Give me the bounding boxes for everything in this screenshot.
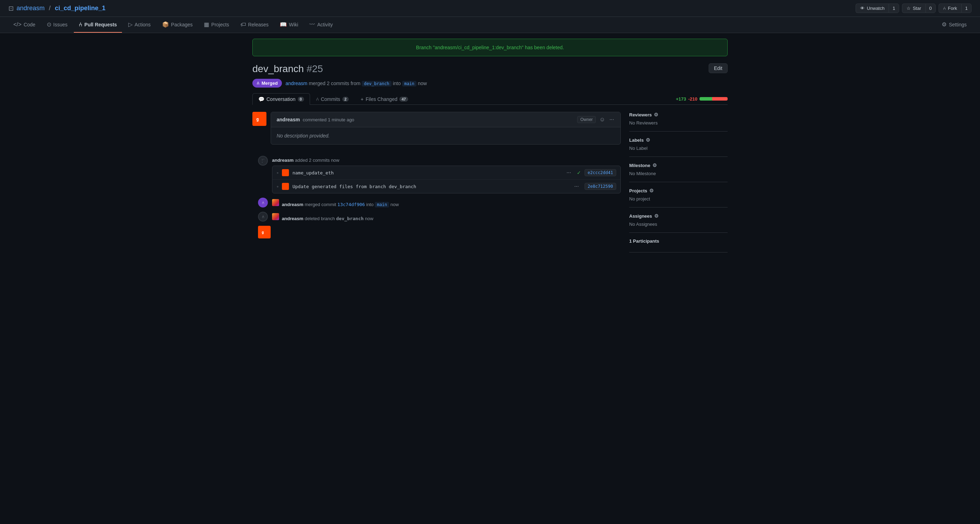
reviewers-title: Reviewers ⚙ — [629, 112, 728, 118]
repo-icon: ⊡ — [8, 5, 14, 12]
commit-hash-2[interactable]: 2e8c712590 — [585, 183, 616, 190]
assignees-label: Assignees — [629, 213, 652, 219]
comment-header: andreasm commented 1 minute ago Owner ☺ … — [271, 112, 620, 127]
deletions-count: -210 — [688, 96, 697, 102]
comment-with-avatar: g andreasm commented 1 minute ago Owner … — [252, 112, 621, 150]
pr-status-row: ⑃ Merged andreasm merged 2 commits from … — [252, 79, 728, 88]
nav-item-wiki[interactable]: 📖 Wiki — [275, 17, 303, 33]
nav-item-pull-requests[interactable]: ⑃ Pull Requests — [74, 17, 122, 33]
star-count: 0 — [929, 6, 932, 11]
reviewers-gear-icon[interactable]: ⚙ — [654, 112, 659, 118]
diff-stats: +173 -210 — [676, 96, 728, 102]
alert-banner: Branch "andreasm/ci_cd_pipeline_1:dev_br… — [252, 39, 728, 56]
nav-item-activity[interactable]: 〰 Activity — [304, 17, 337, 33]
timeline-event-bottom: g — [252, 226, 621, 239]
fork-group: ⑃ Fork 1 — [939, 3, 972, 13]
commits-added-icon — [258, 156, 268, 166]
nav-code-label: Code — [24, 22, 35, 27]
unwatch-count-button[interactable]: 1 — [889, 3, 899, 13]
unwatch-button[interactable]: 👁 Unwatch — [856, 3, 889, 13]
star-button[interactable]: ☆ Star — [902, 3, 926, 13]
nav-item-releases[interactable]: 🏷 Releases — [235, 17, 274, 33]
pr-title-text: dev_branch — [252, 63, 304, 74]
from-branch-link[interactable]: dev_branch — [362, 81, 391, 86]
unwatch-group: 👁 Unwatch 1 — [856, 3, 899, 13]
repo-name-link[interactable]: ci_cd_pipeline_1 — [55, 5, 105, 12]
edit-button[interactable]: Edit — [709, 63, 728, 73]
separator: / — [49, 5, 51, 12]
timeline-event-merged: ⑃ andreasm merged commit 13c74df906 into… — [252, 197, 621, 207]
comment-body: No description provided. — [271, 127, 620, 144]
diff-bar-deletions — [712, 97, 728, 100]
nav-item-actions[interactable]: ▷ Actions — [123, 17, 156, 33]
unwatch-count: 1 — [892, 6, 895, 11]
owner-badge: Owner — [577, 116, 596, 123]
nav-item-settings[interactable]: ⚙ Settings — [937, 17, 972, 33]
comment-actions: Owner ☺ ··· — [577, 116, 615, 123]
milestone-value: No Milestone — [629, 171, 728, 176]
commit-more-button-1[interactable]: ··· — [564, 169, 573, 177]
fork-icon: ⑃ — [943, 6, 946, 11]
commits-event-content: andreasm added 2 commits now ◦ name_upda… — [272, 156, 621, 193]
actions-icon: ▷ — [128, 21, 132, 28]
nav-item-code[interactable]: </> Code — [8, 17, 40, 33]
top-nav: ⊡ andreasm / ci_cd_pipeline_1 👁 Unwatch … — [0, 0, 980, 17]
tab-files-changed[interactable]: + Files Changed 47 — [355, 93, 414, 105]
more-options-button[interactable]: ··· — [609, 116, 615, 123]
conversation-icon: 💬 — [258, 96, 264, 102]
nav-item-projects[interactable]: ▦ Projects — [199, 17, 234, 33]
comment-body-text: No description provided. — [277, 133, 330, 139]
releases-icon: 🏷 — [240, 21, 246, 28]
commit-hash-1[interactable]: e2ccc2dd41 — [585, 169, 616, 176]
milestone-gear-icon[interactable]: ⚙ — [652, 162, 657, 168]
comment-avatar: g — [252, 112, 266, 126]
labels-section: Labels ⚙ No Label — [629, 132, 728, 157]
nav-projects-label: Projects — [211, 22, 229, 27]
timeline: andreasm added 2 commits now ◦ name_upda… — [252, 156, 621, 239]
star-group: ☆ Star 0 — [902, 3, 936, 13]
tab-conversation[interactable]: 💬 Conversation 0 — [252, 93, 310, 105]
labels-gear-icon[interactable]: ⚙ — [646, 137, 650, 143]
merge-commit-link[interactable]: 13c74df906 — [337, 202, 365, 207]
assignees-gear-icon[interactable]: ⚙ — [654, 213, 659, 219]
bottom-avatar: g — [258, 226, 270, 239]
merge-event-content: andreasm merged commit 13c74df906 into m… — [272, 197, 621, 207]
nav-item-packages[interactable]: 📦 Packages — [157, 17, 197, 33]
eye-icon: 👁 — [860, 6, 865, 11]
files-icon: + — [361, 96, 363, 102]
merged-label: Merged — [261, 81, 278, 86]
commit-message-text-1: name_update_eth — [293, 170, 334, 175]
labels-label: Labels — [629, 137, 644, 143]
fork-button[interactable]: ⑃ Fork — [939, 3, 961, 13]
nav-settings-label: Settings — [949, 22, 967, 27]
tab-commits[interactable]: ⑃ Commits 2 — [310, 93, 355, 105]
projects-gear-icon[interactable]: ⚙ — [649, 188, 654, 193]
comment-author[interactable]: andreasm — [277, 117, 300, 123]
unwatch-label: Unwatch — [867, 6, 885, 11]
timeline-event-deleted: ⑃ andreasm deleted branch dev_branch now — [252, 212, 621, 221]
delete-event-text: andreasm deleted branch dev_branch now — [272, 216, 373, 221]
repo-owner-link[interactable]: andreasm — [16, 5, 45, 12]
projects-icon: ▦ — [204, 21, 209, 28]
projects-sidebar-label: Projects — [629, 188, 647, 193]
projects-sidebar-title: Projects ⚙ — [629, 188, 728, 193]
packages-icon: 📦 — [162, 21, 169, 28]
commit-dot-1: ◦ — [277, 170, 278, 175]
pr-sidebar: Reviewers ⚙ No Reviewers Labels ⚙ No Lab… — [629, 112, 728, 253]
commits-label: Commits — [321, 96, 340, 102]
participants-section: 1 Participants — [629, 233, 728, 253]
svg-text:g: g — [262, 230, 264, 234]
emoji-button[interactable]: ☺ — [599, 116, 606, 123]
commit-item-2: ◦ Update generated files from branch dev… — [272, 180, 620, 193]
commit-message-1: name_update_eth — [293, 170, 561, 175]
nav-item-issues[interactable]: ⊙ Issues — [42, 17, 72, 33]
check-icon-1: ✓ — [577, 170, 581, 175]
pr-tabs: 💬 Conversation 0 ⑃ Commits 2 + Files Cha… — [252, 93, 728, 105]
star-count-button[interactable]: 0 — [926, 3, 936, 13]
comment-box: andreasm commented 1 minute ago Owner ☺ … — [270, 112, 621, 145]
into-branch-link[interactable]: main — [402, 81, 417, 86]
assignees-title: Assignees ⚙ — [629, 213, 728, 219]
pr-author-link[interactable]: andreasm — [285, 81, 307, 86]
commit-more-button-2[interactable]: ··· — [572, 183, 581, 190]
fork-count-button[interactable]: 1 — [961, 3, 972, 13]
